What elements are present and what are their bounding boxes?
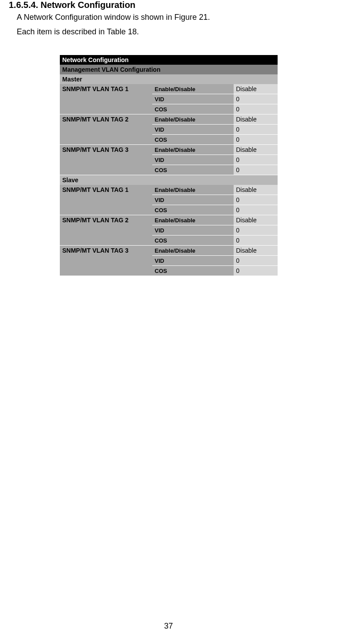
param-label: VID [152, 94, 234, 104]
param-value: 0 [234, 256, 278, 266]
tag-label: SNMP/MT VLAN TAG 1 [60, 84, 152, 114]
param-value: 0 [234, 155, 278, 165]
paragraph-2: Each item is described in Table 18. [17, 26, 328, 37]
table-row: SNMP/MT VLAN TAG 1 Enable/Disable Disabl… [60, 84, 278, 94]
param-value: 0 [234, 205, 278, 215]
tag-label: SNMP/MT VLAN TAG 1 [60, 185, 152, 215]
tag-label: SNMP/MT VLAN TAG 2 [60, 215, 152, 246]
tag-label: SNMP/MT VLAN TAG 3 [60, 145, 152, 175]
param-label: COS [152, 236, 234, 246]
section-row: Master [60, 74, 278, 84]
tag-label: SNMP/MT VLAN TAG 2 [60, 114, 152, 145]
param-label: COS [152, 165, 234, 175]
table-subtitle-row: Management VLAN Configuration [60, 65, 278, 74]
param-value: 0 [234, 225, 278, 236]
param-value: 0 [234, 266, 278, 276]
tag-label: SNMP/MT VLAN TAG 3 [60, 246, 152, 276]
page-number: 37 [0, 622, 337, 631]
table-row: SNMP/MT VLAN TAG 3 Enable/Disable Disabl… [60, 145, 278, 155]
paragraph-1: A Network Configuration window is shown … [17, 12, 328, 23]
config-table: Network Configuration Management VLAN Co… [60, 55, 278, 276]
param-label: VID [152, 195, 234, 205]
param-value: 0 [234, 104, 278, 114]
param-value: Disable [234, 145, 278, 155]
table-title: Network Configuration [60, 55, 278, 65]
param-value: Disable [234, 246, 278, 256]
param-label: COS [152, 205, 234, 215]
param-label: Enable/Disable [152, 246, 234, 256]
param-value: Disable [234, 84, 278, 94]
figure-network-config: Network Configuration Management VLAN Co… [60, 55, 278, 276]
param-value: 0 [234, 236, 278, 246]
param-label: Enable/Disable [152, 215, 234, 225]
param-label: VID [152, 225, 234, 236]
table-row: SNMP/MT VLAN TAG 3 Enable/Disable Disabl… [60, 246, 278, 256]
param-label: VID [152, 155, 234, 165]
param-value: 0 [234, 195, 278, 205]
param-value: Disable [234, 114, 278, 125]
param-label: VID [152, 125, 234, 135]
param-label: COS [152, 135, 234, 145]
param-label: Enable/Disable [152, 84, 234, 94]
section-row: Slave [60, 175, 278, 185]
table-subtitle: Management VLAN Configuration [60, 65, 278, 74]
param-label: COS [152, 266, 234, 276]
param-value: 0 [234, 135, 278, 145]
table-row: SNMP/MT VLAN TAG 1 Enable/Disable Disabl… [60, 185, 278, 195]
param-label: VID [152, 256, 234, 266]
param-value: 0 [234, 165, 278, 175]
param-value: Disable [234, 215, 278, 225]
table-row: SNMP/MT VLAN TAG 2 Enable/Disable Disabl… [60, 114, 278, 125]
section-heading: 1.6.5.4. Network Configuration [9, 0, 328, 10]
param-value: Disable [234, 185, 278, 195]
param-value: 0 [234, 94, 278, 104]
table-row: SNMP/MT VLAN TAG 2 Enable/Disable Disabl… [60, 215, 278, 225]
section-name: Slave [60, 175, 278, 185]
section-name: Master [60, 74, 278, 84]
param-label: Enable/Disable [152, 185, 234, 195]
param-label: Enable/Disable [152, 114, 234, 125]
table-title-row: Network Configuration [60, 55, 278, 65]
param-value: 0 [234, 125, 278, 135]
param-label: Enable/Disable [152, 145, 234, 155]
param-label: COS [152, 104, 234, 114]
